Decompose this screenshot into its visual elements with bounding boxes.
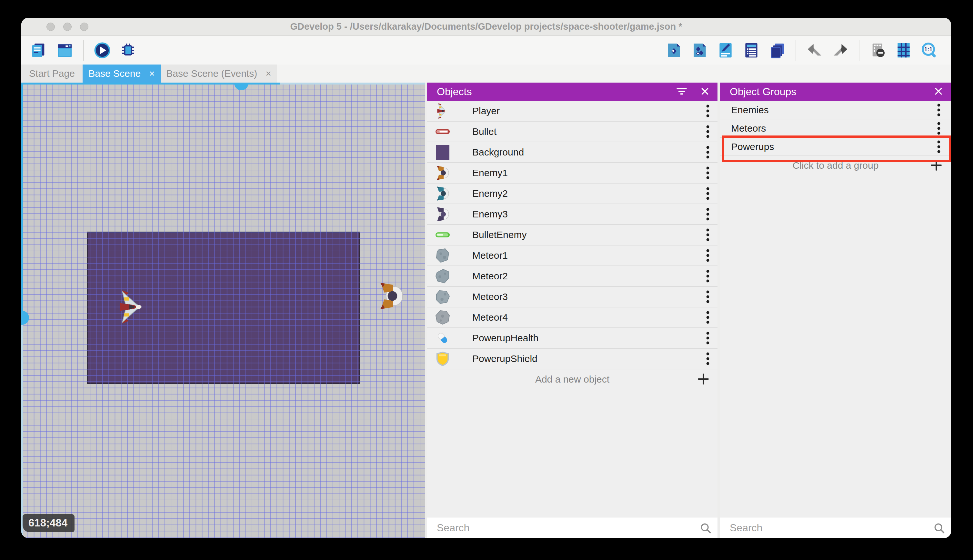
object-label: Player (472, 105, 500, 117)
main-toolbar: 1:1 (21, 36, 951, 65)
kebab-menu-icon[interactable] (706, 186, 710, 201)
object-label: Enemy3 (472, 209, 508, 220)
close-panel-icon[interactable] (934, 87, 943, 97)
object-label: Meteor2 (472, 271, 508, 282)
orange-ship-icon (435, 165, 450, 181)
kebab-menu-icon[interactable] (706, 103, 710, 119)
object-groups-panel-header: Object Groups (720, 83, 951, 101)
red-bullet-icon (435, 124, 450, 139)
add-object-label: Add a new object (535, 374, 610, 385)
redo-icon[interactable] (831, 41, 850, 60)
tab-start-page[interactable]: Start Page (21, 65, 83, 83)
preview-play-icon[interactable] (93, 41, 112, 60)
player-instance[interactable] (118, 290, 144, 323)
object-row-enemy1[interactable]: Enemy1 (427, 163, 718, 183)
tab-base-scene-events[interactable]: Base Scene (Events) × (161, 65, 277, 83)
object-row-meteor1[interactable]: Meteor1 (427, 245, 718, 266)
kebab-menu-icon[interactable] (706, 330, 710, 346)
enemy1-instance[interactable] (379, 282, 403, 310)
object-label: BulletEnemy (472, 229, 526, 240)
object-label: Enemy1 (472, 167, 508, 178)
filter-icon[interactable] (676, 87, 687, 97)
kebab-menu-icon[interactable] (706, 124, 710, 139)
blue-pill-icon (435, 330, 450, 346)
horizontal-scrollbar-track[interactable] (280, 83, 425, 85)
add-object-row[interactable]: Add a new object (427, 369, 718, 389)
kebab-menu-icon[interactable] (706, 351, 710, 367)
object-label: PowerupHealth (472, 333, 538, 343)
instances-list-icon[interactable] (742, 41, 761, 60)
project-manager-icon[interactable] (30, 41, 48, 60)
objects-panel-header: Objects (427, 83, 718, 101)
search-icon (933, 522, 945, 535)
plus-icon[interactable] (697, 373, 710, 388)
kebab-menu-icon[interactable] (706, 165, 710, 181)
close-panel-icon[interactable] (700, 87, 710, 97)
object-row-meteor4[interactable]: Meteor4 (427, 307, 718, 328)
zoom-1-1-icon[interactable]: 1:1 (920, 41, 939, 60)
kebab-menu-icon[interactable] (706, 145, 710, 160)
vertical-scrollbar-track[interactable] (21, 318, 23, 538)
cursor-coordinates: 618;484 (23, 514, 75, 532)
kebab-menu-icon[interactable] (706, 268, 710, 284)
meteor-rock-icon (435, 289, 450, 305)
meteor-rock-icon (435, 310, 450, 325)
object-row-enemy2[interactable]: Enemy2 (427, 183, 718, 204)
kebab-menu-icon[interactable] (706, 248, 710, 263)
object-row-powerupshield[interactable]: PowerupShield (427, 349, 718, 369)
tab-label: Base Scene (Events) (166, 68, 257, 79)
objects-search-field[interactable]: Search (427, 517, 718, 538)
kebab-menu-icon[interactable] (706, 227, 710, 243)
group-label: Meteors (731, 123, 766, 134)
object-row-background[interactable]: Background (427, 142, 718, 163)
group-row-meteors[interactable]: Meteors (720, 119, 951, 138)
close-tab-icon[interactable]: × (149, 69, 155, 78)
tab-label: Start Page (29, 68, 75, 79)
object-groups-panel-title: Object Groups (730, 86, 796, 98)
object-row-powueruphealth[interactable]: PowerupHealth (427, 328, 718, 349)
title-bar: GDevelop 5 - /Users/dkarakay/Documents/G… (21, 18, 951, 36)
toolbar-separator (796, 40, 796, 61)
tab-base-scene[interactable]: Base Scene × (83, 65, 161, 83)
scene-canvas[interactable]: 618;484 (21, 83, 425, 538)
kebab-menu-icon[interactable] (706, 289, 710, 305)
kebab-menu-icon[interactable] (937, 102, 941, 118)
object-row-enemy3[interactable]: Enemy3 (427, 204, 718, 225)
object-label: PowerupShield (472, 353, 538, 364)
properties-icon[interactable] (716, 41, 735, 60)
objects-panel: Objects Player Bullet Background (427, 83, 718, 538)
vertical-scrollbar[interactable] (21, 83, 23, 318)
player-ship-icon (435, 103, 450, 119)
tab-label: Base Scene (88, 68, 141, 79)
object-row-player[interactable]: Player (427, 101, 718, 122)
kebab-menu-icon[interactable] (937, 121, 941, 136)
yellow-shield-icon (435, 351, 450, 367)
group-row-enemies[interactable]: Enemies (720, 101, 951, 119)
layers-icon[interactable] (768, 41, 786, 60)
search-placeholder: Search (437, 522, 470, 534)
teal-ship-icon (435, 186, 450, 201)
group-label: Enemies (731, 105, 769, 115)
object-groups-editor-icon[interactable] (690, 41, 709, 60)
start-page-icon[interactable] (55, 41, 74, 60)
object-row-bullet[interactable]: Bullet (427, 122, 718, 142)
close-tab-icon[interactable]: × (265, 69, 271, 78)
debug-bug-icon[interactable] (119, 41, 137, 60)
object-row-meteor3[interactable]: Meteor3 (427, 287, 718, 307)
object-row-meteor2[interactable]: Meteor2 (427, 266, 718, 287)
object-row-bulletenemy[interactable]: BulletEnemy (427, 225, 718, 245)
app-window: GDevelop 5 - /Users/dkarakay/Documents/G… (21, 18, 951, 538)
highlight-rectangle (722, 135, 951, 162)
objects-editor-icon[interactable] (665, 41, 683, 60)
groups-search-field[interactable]: Search (720, 517, 951, 538)
kebab-menu-icon[interactable] (706, 310, 710, 325)
green-bullet-icon (435, 227, 450, 243)
toggle-window-mask-icon[interactable] (868, 41, 887, 60)
search-icon (700, 522, 712, 535)
kebab-menu-icon[interactable] (706, 207, 710, 222)
undo-icon[interactable] (805, 41, 824, 60)
objects-panel-title: Objects (437, 86, 472, 98)
toggle-grid-icon[interactable] (894, 41, 913, 60)
meteor-rock-icon (435, 248, 450, 263)
purple-ship-icon (435, 207, 450, 222)
